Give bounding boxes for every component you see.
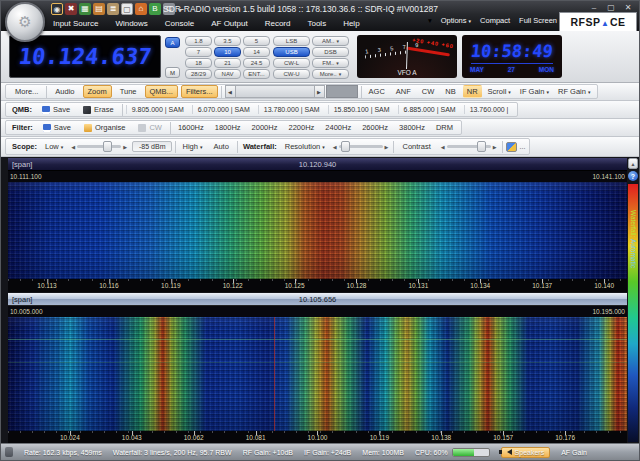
mode-usb-button[interactable]: USB	[273, 47, 310, 57]
slider-right-icon[interactable]: ▶	[491, 144, 499, 150]
ribbon-chevron-icon[interactable]: ▾	[428, 16, 432, 25]
vfo-b-button[interactable]: B	[149, 3, 161, 15]
calendar-icon[interactable]: ▤	[93, 3, 105, 15]
scroll-left-icon[interactable]: ◀	[225, 85, 236, 98]
mode-more-button[interactable]: More..▾	[312, 69, 349, 79]
menu-record[interactable]: Record	[265, 19, 291, 28]
options-menu[interactable]: Options▾	[441, 16, 471, 25]
display-icon[interactable]: ▦	[79, 3, 91, 15]
qmb-memory-4[interactable]: 15.850.100 | SAM	[328, 105, 395, 114]
full-screen-button[interactable]: Full Screen	[519, 16, 557, 25]
band-10-button[interactable]: 10	[214, 47, 241, 57]
qmb-erase-button[interactable]: Erase	[78, 103, 119, 116]
band-nav-button[interactable]: NAV	[214, 69, 241, 79]
tuning-scrollbar[interactable]: ◀ ▶	[225, 85, 358, 98]
slider-left-icon[interactable]: ◀	[331, 144, 339, 150]
band-3.5-button[interactable]: 3.5	[214, 36, 241, 46]
app-menu-orb[interactable]: ⚙	[5, 2, 45, 42]
file-icon[interactable]: ▢	[121, 3, 133, 15]
scrollbar-track[interactable]	[236, 85, 314, 98]
slider-thumb[interactable]	[477, 141, 486, 152]
band-28-29-button[interactable]: 28/29	[185, 69, 212, 79]
menu-tools[interactable]: Tools	[307, 19, 326, 28]
slider-left-icon[interactable]: ◀	[439, 144, 447, 150]
band-24.5-button[interactable]: 24.5	[243, 58, 270, 68]
scroll-menu-button[interactable]: Scroll▾	[485, 86, 514, 97]
mode-cw-l-button[interactable]: CW-L	[273, 58, 310, 68]
filter-2200hz-button[interactable]: 2200Hz	[284, 121, 318, 134]
menu-input-source[interactable]: Input Source	[53, 19, 98, 28]
rf-gain-menu-button[interactable]: RF Gain▾	[555, 86, 593, 97]
band-7-button[interactable]: 7	[185, 47, 212, 57]
waterfall-2-display[interactable]	[8, 317, 627, 431]
frequency-display[interactable]: 10.124.637	[9, 35, 161, 78]
scroll-right-icon[interactable]: ▶	[314, 85, 325, 98]
cw-toggle[interactable]: CW	[418, 85, 439, 98]
waterfall-1-header[interactable]: [span] 10.120.940	[8, 158, 627, 171]
band-21-button[interactable]: 21	[214, 58, 241, 68]
menu-help[interactable]: Help	[343, 19, 359, 28]
qmb-memory-5[interactable]: 6.885.000 | SAM	[398, 105, 461, 114]
filter-drm-button[interactable]: DRM	[432, 121, 457, 134]
mode-cw-u-button[interactable]: CW-U	[273, 69, 310, 79]
help-button[interactable]: ?	[628, 171, 638, 181]
vfo-a-button[interactable]: A	[165, 37, 180, 48]
slider-right-icon[interactable]: ▶	[383, 144, 391, 150]
waterfall-resolution-menu[interactable]: Resolution▾	[282, 141, 328, 152]
qmb-memory-3[interactable]: 13.780.000 | SAM	[258, 105, 325, 114]
band-14-button[interactable]: 14	[243, 47, 270, 57]
filter-cw-button[interactable]: CW	[133, 121, 167, 134]
qmb-save-button[interactable]: Save	[37, 103, 75, 116]
mode-am-button[interactable]: AM..▾	[312, 36, 349, 46]
status-af-gain[interactable]: AF Gain	[561, 449, 587, 456]
mode-lsb-button[interactable]: LSB	[273, 36, 310, 46]
favourites-icon[interactable]: ≣	[107, 3, 119, 15]
filter-1600hz-button[interactable]: 1600Hz	[174, 121, 208, 134]
filter-2600hz-button[interactable]: 2600Hz	[358, 121, 392, 134]
band-18-button[interactable]: 18	[185, 58, 212, 68]
waterfall-scheme-icon[interactable]	[506, 142, 517, 152]
scope-auto-button[interactable]: Auto	[208, 140, 233, 153]
scope-low-menu[interactable]: Low▾	[42, 141, 66, 152]
filter-3800hz-button[interactable]: 3800Hz	[395, 121, 429, 134]
mode-fm-button[interactable]: FM..▾	[312, 58, 349, 68]
waterfall-1-display[interactable]	[8, 182, 627, 279]
more-button[interactable]: More...	[10, 85, 43, 98]
nb-toggle[interactable]: NB	[441, 85, 459, 98]
filter-organise-button[interactable]: Organise	[79, 121, 130, 134]
filter-2400hz-button[interactable]: 2400Hz	[321, 121, 355, 134]
compact-button[interactable]: Compact	[480, 16, 510, 25]
tools-icon[interactable]: ✖	[65, 3, 77, 15]
input-source-icon[interactable]: ◉	[51, 3, 63, 15]
filters-toggle-button[interactable]: Filters...	[181, 85, 218, 98]
band-ent-button[interactable]: ENT...	[243, 69, 270, 79]
slider-left-icon[interactable]: ◀	[69, 144, 77, 150]
slider-right-icon[interactable]: ▶	[121, 144, 129, 150]
speakers-button[interactable]: Speakers	[501, 447, 551, 458]
audio-button[interactable]: Audio	[50, 85, 79, 98]
menu-af-output[interactable]: AF Output	[211, 19, 247, 28]
nr-toggle[interactable]: NR	[463, 85, 482, 98]
qmb-memory-6[interactable]: 13.760.000 |	[464, 105, 514, 114]
slider-thumb[interactable]	[103, 141, 112, 152]
scope-low-slider[interactable]: ◀ ▶	[69, 141, 129, 153]
qmb-memory-2[interactable]: 6.070.000 | SAM	[192, 105, 255, 114]
scope-high-menu[interactable]: High▾	[179, 141, 205, 152]
waterfall-2-header[interactable]: [span] 10.105.656	[8, 293, 627, 306]
if-gain-menu-button[interactable]: IF Gain▾	[517, 86, 552, 97]
mode-dsb-button[interactable]: DSB	[312, 47, 349, 57]
qmb-toggle-button[interactable]: QMB...	[145, 85, 178, 98]
filter-2000hz-button[interactable]: 2000Hz	[248, 121, 282, 134]
menu-console[interactable]: Console	[165, 19, 194, 28]
zoom-button[interactable]: Zoom	[83, 85, 112, 98]
waterfall-resolution-slider[interactable]: ◀ ▶	[331, 141, 391, 153]
scrollbar-page-area[interactable]	[326, 85, 358, 98]
collapse-panel-button[interactable]: ▲	[628, 158, 638, 169]
band-1.8-button[interactable]: 1.8	[185, 36, 212, 46]
filter-save-button[interactable]: Save	[38, 121, 76, 134]
filter-1800hz-button[interactable]: 1800Hz	[211, 121, 245, 134]
anf-toggle[interactable]: ANF	[392, 85, 415, 98]
slider-thumb[interactable]	[341, 141, 350, 152]
waterfall-color-legend[interactable]: Waterfall: Automatic	[628, 184, 638, 442]
qmb-memory-1[interactable]: 9.805.000 | SAM	[126, 105, 189, 114]
